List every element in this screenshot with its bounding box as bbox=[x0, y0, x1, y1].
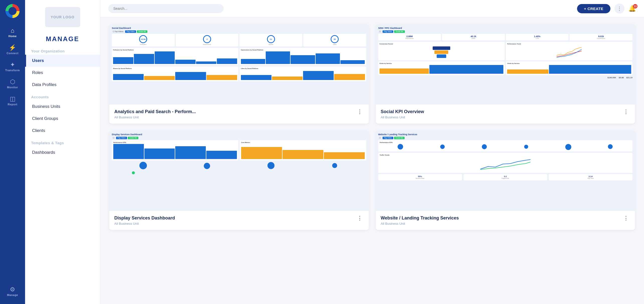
notifications-button[interactable]: 🔔 13 bbox=[628, 5, 636, 12]
connect-icon: ⚡ bbox=[9, 45, 16, 51]
sidebar-manage-title: MANAGE bbox=[25, 31, 100, 45]
card-info-3: Display Services Dashboard All Business … bbox=[109, 211, 369, 230]
section-header-org: Your Organization bbox=[25, 45, 100, 55]
card-title-1: Analytics and Paid Search - Perform... bbox=[114, 109, 196, 114]
manage-icon: ⚙ bbox=[10, 286, 15, 292]
card-preview-2: SEM / PPC Dashboard ⬡ Pay Video Guide Me… bbox=[376, 24, 635, 105]
card-subtitle-1: All Business Unit bbox=[114, 115, 196, 119]
card-menu-button-3[interactable]: ⋮ bbox=[356, 215, 364, 221]
nav-item-manage[interactable]: ⚙ Manage bbox=[0, 283, 25, 300]
card-title-2: Social KPI Overview bbox=[381, 109, 424, 114]
card-preview-3: Display Services Dashboard ⬡ Pay Video G… bbox=[109, 131, 369, 211]
nav-label-monitor: Monitor bbox=[7, 86, 18, 89]
card-menu-button-1[interactable]: ⋮ bbox=[356, 109, 364, 115]
sidebar-item-data-profiles[interactable]: Data Profiles bbox=[25, 79, 100, 91]
nav-label-manage: Manage bbox=[7, 293, 18, 296]
section-header-accounts: Accounts bbox=[25, 91, 100, 101]
sidebar-item-client-groups-label: Client Groups bbox=[32, 116, 58, 121]
dashboard-grid: Social Dashboard ⬡ Top Videos Pay Video … bbox=[109, 24, 635, 230]
nav-item-report[interactable]: ◫ Report bbox=[0, 92, 25, 109]
nav-label-report: Report bbox=[8, 103, 17, 106]
nav-label-connect: Connect bbox=[7, 52, 19, 55]
card-preview-1: Social Dashboard ⬡ Top Videos Pay Video … bbox=[109, 24, 369, 105]
top-bar-right: + CREATE ⋮ 🔔 13 bbox=[577, 4, 636, 14]
card-subtitle-2: All Business Unit bbox=[381, 115, 424, 119]
dashboard-card-2: SEM / PPC Dashboard ⬡ Pay Video Guide Me… bbox=[376, 24, 635, 124]
sidebar-item-clients[interactable]: Clients bbox=[25, 125, 100, 137]
card-menu-button-4[interactable]: ⋮ bbox=[622, 215, 630, 221]
logo-placeholder: YOUR LOGO bbox=[45, 7, 80, 27]
card-menu-button-2[interactable]: ⋮ bbox=[622, 109, 630, 115]
card-text-4: Website / Landing Tracking Services All … bbox=[381, 215, 459, 225]
nav-label-home: Home bbox=[9, 35, 17, 38]
icon-nav: ⌂ Home ⚡ Connect ✦ Transform ⬡ Monitor ◫… bbox=[0, 0, 25, 304]
sidebar-item-users[interactable]: Users bbox=[25, 55, 100, 67]
card-subtitle-4: All Business Unit bbox=[381, 222, 459, 225]
nav-label-transform: Transform bbox=[5, 69, 20, 72]
section-header-templates: Templates & Tags bbox=[25, 137, 100, 146]
card-subtitle-3: All Business Unit bbox=[114, 222, 175, 225]
dashboard-card-4: Website / Landing Tracking Services ⬡ Ta… bbox=[376, 131, 635, 230]
logo-inner bbox=[9, 7, 17, 15]
top-bar: + CREATE ⋮ 🔔 13 bbox=[100, 0, 644, 17]
nav-item-transform[interactable]: ✦ Transform bbox=[0, 58, 25, 75]
sidebar-item-business-units[interactable]: Business Units bbox=[25, 101, 100, 113]
transform-icon: ✦ bbox=[10, 62, 15, 68]
sidebar-item-roles-label: Roles bbox=[32, 70, 43, 75]
more-dots-icon: ⋮ bbox=[617, 6, 622, 12]
nav-item-monitor[interactable]: ⬡ Monitor bbox=[0, 75, 25, 92]
sidebar-item-client-groups[interactable]: Client Groups bbox=[25, 113, 100, 125]
sidebar: YOUR LOGO MANAGE Your Organization Users… bbox=[25, 0, 100, 304]
sidebar-item-users-label: Users bbox=[32, 58, 44, 63]
card-title-3: Display Services Dashboard bbox=[114, 215, 175, 221]
dashboard-area: Social Dashboard ⬡ Top Videos Pay Video … bbox=[100, 17, 644, 304]
sidebar-item-roles[interactable]: Roles bbox=[25, 67, 100, 79]
sidebar-item-clients-label: Clients bbox=[32, 128, 45, 133]
home-icon: ⌂ bbox=[11, 28, 15, 34]
dashboard-card-3: Display Services Dashboard ⬡ Pay Video G… bbox=[109, 131, 369, 230]
sidebar-item-data-profiles-label: Data Profiles bbox=[32, 82, 56, 87]
card-info-4: Website / Landing Tracking Services All … bbox=[376, 211, 635, 230]
card-info-2: Social KPI Overview All Business Unit ⋮ bbox=[376, 105, 635, 124]
card-text-1: Analytics and Paid Search - Perform... A… bbox=[114, 109, 196, 119]
sidebar-item-dashboards[interactable]: Dashboards bbox=[25, 146, 100, 159]
sidebar-item-dashboards-label: Dashboards bbox=[32, 150, 55, 155]
nav-item-connect[interactable]: ⚡ Connect bbox=[0, 41, 25, 58]
main-content: + CREATE ⋮ 🔔 13 Social Dashboard ⬡ Top V… bbox=[100, 0, 644, 304]
card-title-4: Website / Landing Tracking Services bbox=[381, 215, 459, 221]
monitor-icon: ⬡ bbox=[10, 79, 15, 85]
card-text-2: Social KPI Overview All Business Unit bbox=[381, 109, 424, 119]
card-preview-4: Website / Landing Tracking Services ⬡ Ta… bbox=[376, 131, 635, 211]
sidebar-logo-area: YOUR LOGO bbox=[25, 0, 100, 31]
notification-badge: 13 bbox=[633, 4, 637, 9]
create-button[interactable]: + CREATE bbox=[577, 4, 610, 13]
logo-circle bbox=[6, 4, 20, 18]
report-icon: ◫ bbox=[10, 96, 16, 102]
more-options-button[interactable]: ⋮ bbox=[614, 4, 624, 14]
card-text-3: Display Services Dashboard All Business … bbox=[114, 215, 175, 225]
card-info-1: Analytics and Paid Search - Perform... A… bbox=[109, 105, 369, 124]
dashboard-card-1: Social Dashboard ⬡ Top Videos Pay Video … bbox=[109, 24, 369, 124]
nav-item-home[interactable]: ⌂ Home bbox=[0, 24, 25, 41]
search-input[interactable] bbox=[108, 4, 224, 13]
sidebar-item-business-units-label: Business Units bbox=[32, 104, 60, 109]
app-logo bbox=[6, 4, 20, 18]
